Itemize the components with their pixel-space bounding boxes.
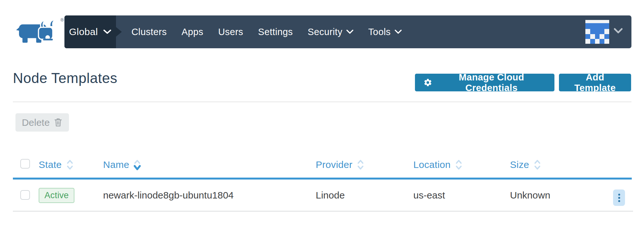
sort-icon-active-desc xyxy=(134,159,141,171)
chevron-down-icon xyxy=(103,29,111,34)
avatar-cell xyxy=(604,39,609,44)
column-header-label: Size xyxy=(510,159,529,170)
cell-location: us-east xyxy=(413,180,445,211)
env-selector-arrow xyxy=(116,27,122,37)
row-actions-menu-button[interactable] xyxy=(613,189,625,206)
rancher-bull-icon xyxy=(13,19,61,44)
avatar-cell xyxy=(585,20,590,23)
column-header-size[interactable]: Size xyxy=(510,159,541,171)
manage-cloud-credentials-button[interactable]: Manage Cloud Credentials xyxy=(415,74,554,91)
table-row-divider xyxy=(13,211,633,212)
nav-item-label: Users xyxy=(218,27,243,37)
avatar-cell xyxy=(590,29,595,34)
column-header-provider[interactable]: Provider xyxy=(316,159,364,171)
avatar-cell xyxy=(595,20,600,23)
trash-icon xyxy=(54,118,62,127)
avatar-cell xyxy=(600,20,604,23)
avatar-cell xyxy=(600,29,604,34)
nav-links: Clusters Apps Users Settings Security To… xyxy=(124,15,409,48)
page-title: Node Templates xyxy=(13,70,117,86)
nav-item-label: Tools xyxy=(368,27,391,37)
sort-icon xyxy=(357,159,364,171)
sort-icon xyxy=(455,159,462,171)
avatar-cell xyxy=(590,23,595,29)
table-header-row: State Name Provider Location Size xyxy=(0,154,644,178)
column-header-label: Name xyxy=(103,159,129,170)
avatar-cell xyxy=(590,20,595,23)
registered-trademark: ® xyxy=(61,17,64,23)
add-template-label: Add Template xyxy=(567,72,623,93)
nav-item-security[interactable]: Security xyxy=(300,15,361,48)
gear-icon xyxy=(423,78,432,88)
avatar-cell xyxy=(595,23,600,29)
section-divider xyxy=(13,101,631,102)
avatar-cell xyxy=(604,20,609,23)
avatar-cell xyxy=(595,29,600,34)
nav-item-label: Security xyxy=(308,27,342,37)
avatar-cell xyxy=(600,23,604,29)
avatar-cell xyxy=(600,39,604,44)
nav-item-apps[interactable]: Apps xyxy=(174,15,211,48)
chevron-down-icon xyxy=(395,30,402,34)
cell-state: Active xyxy=(39,180,74,211)
avatar-cell xyxy=(585,34,590,39)
delete-button[interactable]: Delete xyxy=(15,113,69,132)
env-selector-label: Global xyxy=(69,26,98,37)
avatar-cell xyxy=(590,34,595,39)
cell-size: Unknown xyxy=(510,180,550,211)
avatar-cell xyxy=(600,34,604,39)
column-header-name[interactable]: Name xyxy=(103,159,141,171)
nav-item-settings[interactable]: Settings xyxy=(251,15,300,48)
avatar-cell xyxy=(604,23,609,29)
sort-icon xyxy=(66,159,73,171)
row-checkbox[interactable] xyxy=(20,190,30,200)
avatar-cell xyxy=(585,39,590,44)
cell-provider: Linode xyxy=(316,180,345,211)
env-selector-global[interactable]: Global xyxy=(64,15,116,48)
select-all-checkbox[interactable] xyxy=(20,159,30,169)
status-badge-active: Active xyxy=(39,188,74,203)
column-header-location[interactable]: Location xyxy=(413,159,462,171)
nav-item-label: Apps xyxy=(182,27,204,37)
manage-cloud-credentials-label: Manage Cloud Credentials xyxy=(437,72,546,93)
avatar-cell xyxy=(590,39,595,44)
top-navbar: Global Clusters Apps Users Settings Secu… xyxy=(64,15,631,48)
add-template-button[interactable]: Add Template xyxy=(559,74,631,91)
sort-icon xyxy=(534,159,541,171)
nav-item-users[interactable]: Users xyxy=(211,15,251,48)
avatar-cell xyxy=(585,23,590,29)
delete-label: Delete xyxy=(22,117,50,128)
column-header-label: State xyxy=(39,159,62,170)
avatar-cell xyxy=(595,39,600,44)
avatar-cell xyxy=(595,34,600,39)
chevron-down-icon xyxy=(346,30,353,34)
column-header-state[interactable]: State xyxy=(39,159,73,171)
cell-name: newark-linode8gb-ubuntu1804 xyxy=(103,180,234,211)
rancher-logo[interactable]: ® xyxy=(13,19,61,44)
column-header-label: Location xyxy=(413,159,451,170)
table-row: Active newark-linode8gb-ubuntu1804 Linod… xyxy=(0,180,644,211)
avatar-cell xyxy=(585,29,590,34)
avatar-cell xyxy=(604,34,609,39)
nav-item-clusters[interactable]: Clusters xyxy=(124,15,174,48)
user-avatar[interactable] xyxy=(585,20,609,44)
column-header-label: Provider xyxy=(316,159,352,170)
user-menu-chevron-icon[interactable] xyxy=(613,28,623,34)
kebab-menu-icon xyxy=(618,193,621,203)
avatar-cell xyxy=(604,29,609,34)
nav-item-label: Clusters xyxy=(131,27,167,37)
nav-item-tools[interactable]: Tools xyxy=(361,15,409,48)
nav-item-label: Settings xyxy=(258,27,293,37)
